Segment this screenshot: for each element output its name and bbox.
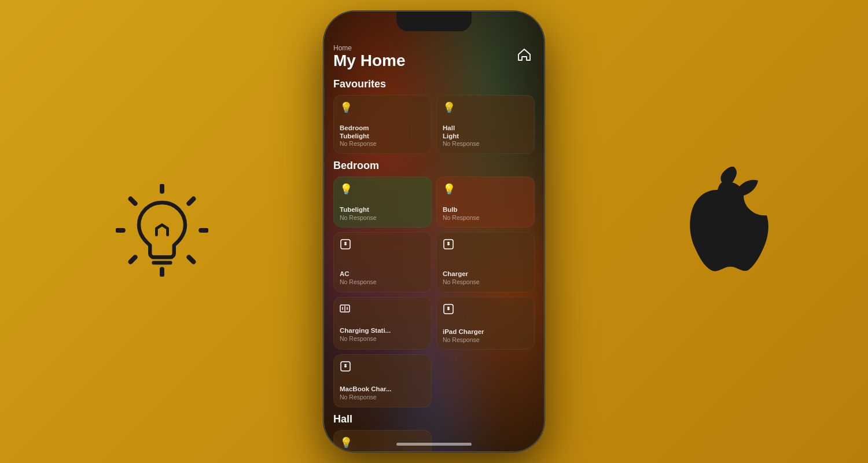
phone-notch: [396, 12, 472, 31]
fav2-status: No Response: [443, 140, 528, 148]
bedroom-row2: AC No Response Charger No Response: [333, 232, 535, 292]
hall-grid: 💡 Light No Response: [333, 430, 535, 451]
phone-frame: Home My Home Favourites 💡 Bedroom Tubeli: [324, 12, 544, 451]
favourites-section: Favourites 💡 Bedroom Tubelight No Respon…: [333, 78, 535, 154]
bedroom-bulb[interactable]: 💡 Bulb No Response: [436, 177, 535, 227]
bedroom-tubelight[interactable]: 💡 Tubelight No Response: [333, 177, 432, 227]
bulb-name: Bulb: [443, 206, 528, 214]
ac-status: No Response: [340, 278, 425, 286]
tubelight-icon: 💡: [340, 183, 425, 196]
macbook-charger-status: No Response: [340, 394, 425, 401]
bedroom-section: Bedroom 💡 Tubelight No Response 💡 Bulb N…: [333, 160, 535, 407]
bedroom-charging-station[interactable]: Charging Stati... No Response: [333, 297, 432, 350]
charger-name: Charger: [443, 270, 528, 278]
bedroom-charger[interactable]: Charger No Response: [436, 232, 535, 292]
ac-icon: [340, 238, 425, 253]
bedroom-row4: MacBook Char... No Response: [333, 354, 535, 407]
ipad-charger-name: iPad Charger: [443, 328, 528, 336]
favourites-grid: 💡 Bedroom Tubelight No Response 💡 Hall L…: [333, 95, 535, 154]
svg-rect-25: [344, 364, 347, 365]
hall-light[interactable]: 💡 Light No Response: [333, 430, 432, 451]
apple-logo-icon: [660, 167, 775, 294]
svg-line-4: [131, 199, 135, 204]
svg-point-24: [344, 365, 347, 368]
header-text: Home My Home: [333, 44, 405, 70]
favourite-bedroom-tubelight[interactable]: 💡 Bedroom Tubelight No Response: [333, 95, 432, 154]
ipad-charger-icon: [443, 303, 528, 318]
hall-section: Hall 💡 Light No Response: [333, 413, 535, 451]
bedroom-row3: Charging Stati... No Response iPad Charg…: [333, 297, 535, 350]
home-title: My Home: [333, 52, 405, 69]
tubelight-name: Tubelight: [340, 206, 425, 214]
bulb-status: No Response: [443, 214, 528, 222]
svg-line-7: [131, 257, 135, 262]
svg-point-21: [447, 308, 450, 310]
svg-line-6: [189, 199, 193, 204]
bedroom-label: Bedroom: [333, 160, 535, 172]
home-sublabel: Home: [333, 44, 405, 52]
bulb-icon-fav2: 💡: [443, 101, 528, 114]
bedroom-ac[interactable]: AC No Response: [333, 232, 432, 292]
fav1-status: No Response: [340, 140, 425, 148]
svg-rect-15: [447, 242, 450, 243]
svg-rect-12: [344, 242, 347, 243]
bulb-icon-bedroom: 💡: [443, 183, 528, 196]
fav2-device: Light: [443, 133, 528, 141]
fav2-room: Hall: [443, 124, 528, 133]
charger-icon: [443, 238, 528, 253]
bedroom-ipad-charger[interactable]: iPad Charger No Response: [436, 297, 535, 350]
ipad-charger-status: No Response: [443, 336, 528, 344]
bulb-icon-fav1: 💡: [340, 101, 425, 114]
fav1-device: Tubelight: [340, 133, 425, 141]
charger-status: No Response: [443, 278, 528, 286]
svg-point-11: [344, 243, 347, 245]
screen-content: Home My Home Favourites 💡 Bedroom Tubeli: [324, 37, 544, 451]
charging-station-status: No Response: [340, 335, 425, 343]
bedroom-macbook-charger[interactable]: MacBook Char... No Response: [333, 354, 432, 407]
home-indicator: [396, 443, 472, 446]
svg-line-5: [189, 257, 193, 262]
svg-point-14: [447, 243, 450, 245]
bedroom-row1: 💡 Tubelight No Response 💡 Bulb No Respon…: [333, 177, 535, 227]
hall-label: Hall: [333, 413, 535, 425]
lightbulb-icon: [116, 184, 208, 277]
app-header: Home My Home: [333, 44, 535, 70]
charging-station-icon: [340, 303, 425, 317]
fav1-room: Bedroom: [340, 124, 425, 133]
charging-station-name: Charging Stati...: [340, 327, 425, 335]
tubelight-status: No Response: [340, 214, 425, 222]
home-icon-button[interactable]: [514, 44, 535, 65]
lightbulb-decoration: [116, 184, 208, 279]
apple-logo-decoration: [660, 167, 775, 296]
phone-screen: Home My Home Favourites 💡 Bedroom Tubeli: [324, 12, 544, 451]
favourites-label: Favourites: [333, 78, 535, 90]
favourite-hall-light[interactable]: 💡 Hall Light No Response: [436, 95, 535, 154]
macbook-charger-name: MacBook Char...: [340, 385, 425, 394]
macbook-charger-icon: [340, 361, 425, 375]
svg-rect-22: [447, 307, 450, 308]
ac-name: AC: [340, 270, 425, 278]
